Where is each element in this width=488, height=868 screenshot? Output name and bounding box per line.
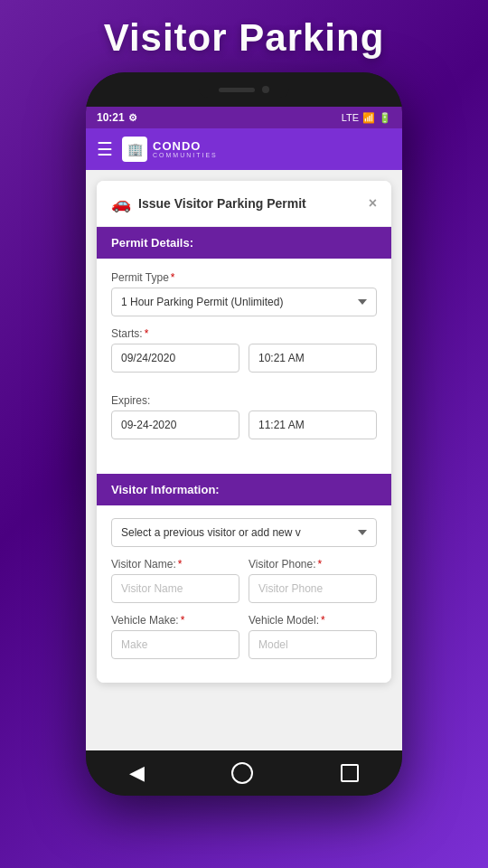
network-label: LTE <box>342 112 359 123</box>
bottom-nav: ◀ <box>86 750 402 796</box>
page-title: Visitor Parking <box>104 16 385 60</box>
logo-text: CONDO COMMUNITIES <box>153 140 218 158</box>
logo-sub-text: COMMUNITIES <box>153 152 218 158</box>
modal-title: Issue Visitor Parking Permit <box>138 196 306 211</box>
expires-group: Expires: <box>111 394 377 450</box>
back-button[interactable]: ◀ <box>129 761 145 785</box>
app-logo: 🏢 CONDO COMMUNITIES <box>122 137 218 162</box>
speaker <box>219 88 255 92</box>
starts-label: Starts:* <box>111 327 377 340</box>
vehicle-make-model-row: Vehicle Make:* Vehicle Model:* <box>111 614 377 670</box>
starts-date-group <box>111 344 239 373</box>
settings-icon: ⚙ <box>128 112 137 124</box>
signal-icon: 📶 <box>362 112 375 124</box>
visitor-select-group: Select a previous visitor or add new v <box>111 518 377 547</box>
visitor-info-form: Select a previous visitor or add new v V… <box>97 505 391 683</box>
status-time-area: 10:21 ⚙ <box>97 111 137 124</box>
app-bar: ☰ 🏢 CONDO COMMUNITIES <box>86 128 402 170</box>
logo-main-text: CONDO <box>153 140 218 152</box>
permit-details-form: Permit Type* 1 Hour Parking Permit (Unli… <box>97 259 391 474</box>
car-icon: 🚗 <box>111 193 131 213</box>
starts-time-input[interactable] <box>249 344 377 373</box>
camera-area <box>199 81 289 98</box>
visitor-name-phone-row: Visitor Name:* Visitor Phone:* <box>111 558 377 614</box>
starts-time-group <box>249 344 377 373</box>
hamburger-menu[interactable]: ☰ <box>97 138 113 160</box>
starts-group: Starts:* <box>111 327 377 383</box>
permit-type-label: Permit Type* <box>111 271 377 284</box>
home-button[interactable] <box>231 762 253 784</box>
phone-notch <box>86 72 402 107</box>
close-button[interactable]: × <box>369 195 377 212</box>
vehicle-model-group: Vehicle Model:* <box>249 614 377 659</box>
modal-card: 🚗 Issue Visitor Parking Permit × Permit … <box>97 181 391 683</box>
camera-dot <box>262 86 269 93</box>
expires-row <box>111 410 377 450</box>
phone-frame: 10:21 ⚙ LTE 📶 🔋 ☰ 🏢 CONDO COMMUNITIES <box>86 72 402 796</box>
visitor-info-header: Visitor Information: <box>97 474 391 505</box>
status-icons: LTE 📶 🔋 <box>342 112 391 124</box>
battery-icon: 🔋 <box>379 112 391 124</box>
expires-date-group <box>111 410 239 439</box>
logo-icon: 🏢 <box>122 137 147 162</box>
status-bar: 10:21 ⚙ LTE 📶 🔋 <box>86 107 402 128</box>
expires-date-input[interactable] <box>111 410 239 439</box>
visitor-name-label: Visitor Name:* <box>111 558 239 571</box>
vehicle-make-input[interactable] <box>111 630 239 659</box>
logo-building-icon: 🏢 <box>127 142 143 156</box>
permit-type-select[interactable]: 1 Hour Parking Permit (Unlimited) 2 Hour… <box>111 288 377 316</box>
vehicle-model-input[interactable] <box>249 630 377 659</box>
visitor-phone-label: Visitor Phone:* <box>249 558 377 571</box>
expires-label: Expires: <box>111 394 377 407</box>
expires-time-group <box>249 410 377 439</box>
modal-header-left: 🚗 Issue Visitor Parking Permit <box>111 193 306 213</box>
status-time: 10:21 <box>97 111 125 124</box>
vehicle-model-label: Vehicle Model:* <box>249 614 377 627</box>
permit-details-header: Permit Details: <box>97 227 391 259</box>
permit-type-group: Permit Type* 1 Hour Parking Permit (Unli… <box>111 271 377 316</box>
starts-date-input[interactable] <box>111 344 239 373</box>
vehicle-make-group: Vehicle Make:* <box>111 614 239 659</box>
visitor-previous-select[interactable]: Select a previous visitor or add new v <box>111 518 377 547</box>
screen-content: 🚗 Issue Visitor Parking Permit × Permit … <box>86 170 402 750</box>
starts-row <box>111 344 377 383</box>
visitor-phone-group: Visitor Phone:* <box>249 558 377 603</box>
modal-header: 🚗 Issue Visitor Parking Permit × <box>97 181 391 227</box>
visitor-phone-input[interactable] <box>249 574 377 603</box>
visitor-name-input[interactable] <box>111 574 239 603</box>
expires-time-input[interactable] <box>249 410 377 439</box>
vehicle-make-label: Vehicle Make:* <box>111 614 239 627</box>
visitor-name-group: Visitor Name:* <box>111 558 239 603</box>
recents-button[interactable] <box>341 764 359 782</box>
